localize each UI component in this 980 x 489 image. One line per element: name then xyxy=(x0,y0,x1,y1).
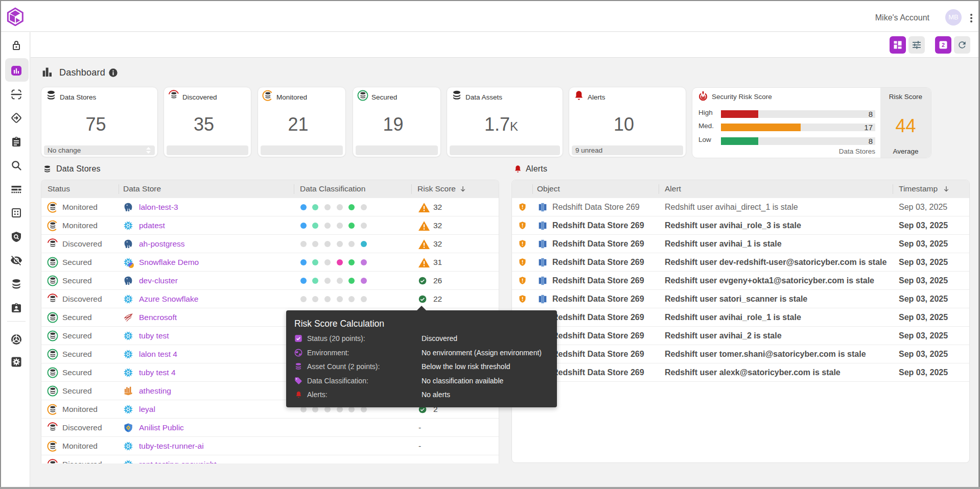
svg-text:2: 2 xyxy=(942,42,945,48)
